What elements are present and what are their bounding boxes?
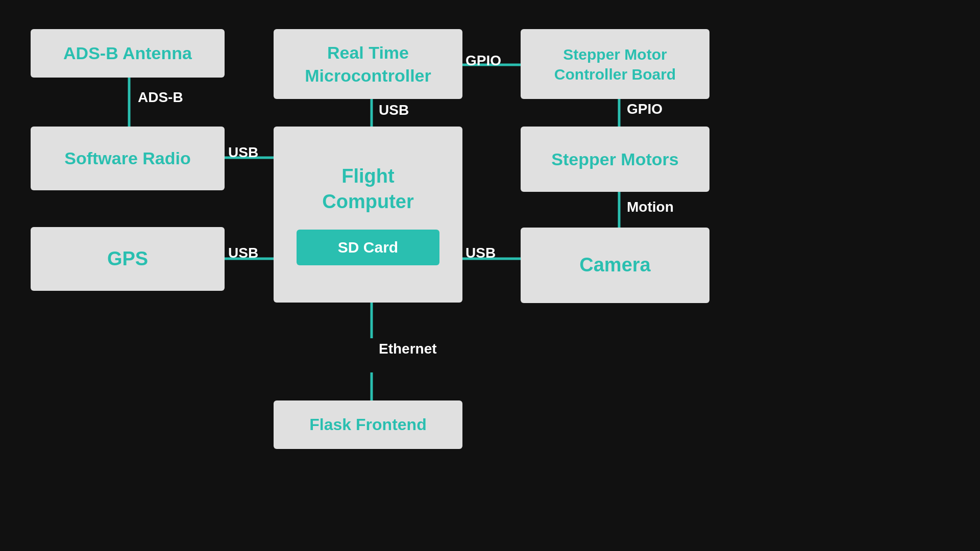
gps-box: GPS (31, 227, 225, 291)
gpio-smc-label: GPIO (627, 101, 663, 117)
flight-computer-label: Flight Computer (322, 164, 413, 214)
camera-label: Camera (579, 253, 650, 278)
real-time-microcontroller-box: Real Time Microcontroller (274, 29, 462, 99)
flask-frontend-box: Flask Frontend (274, 400, 462, 449)
ads-b-antenna-box: ADS-B Antenna (31, 29, 225, 78)
usb-rtm-label: USB (379, 102, 409, 118)
stepper-motor-controller-label: Stepper Motor Controller Board (554, 44, 676, 84)
real-time-label: Real Time Microcontroller (305, 41, 431, 86)
camera-box: Camera (521, 228, 709, 303)
sd-card-label: SD Card (338, 237, 398, 257)
sd-card-box: SD Card (297, 230, 439, 265)
flask-frontend-label: Flask Frontend (309, 414, 426, 436)
stepper-motors-label: Stepper Motors (551, 148, 678, 170)
flight-computer-box: Flight Computer SD Card (274, 127, 462, 303)
software-radio-label: Software Radio (64, 147, 190, 169)
ads-b-label: ADS-B (138, 89, 183, 106)
usb-gps-label: USB (228, 245, 258, 261)
ads-b-antenna-label: ADS-B Antenna (63, 42, 192, 64)
ethernet-label: Ethernet (379, 341, 437, 357)
stepper-motors-box: Stepper Motors (521, 127, 709, 192)
gpio-rtm-label: GPIO (465, 53, 501, 69)
usb-sr-label: USB (228, 144, 258, 161)
gps-label: GPS (107, 246, 148, 271)
stepper-motor-controller-box: Stepper Motor Controller Board (521, 29, 709, 99)
usb-cam-label: USB (465, 245, 496, 261)
motion-label: Motion (627, 199, 674, 215)
software-radio-box: Software Radio (31, 127, 225, 190)
